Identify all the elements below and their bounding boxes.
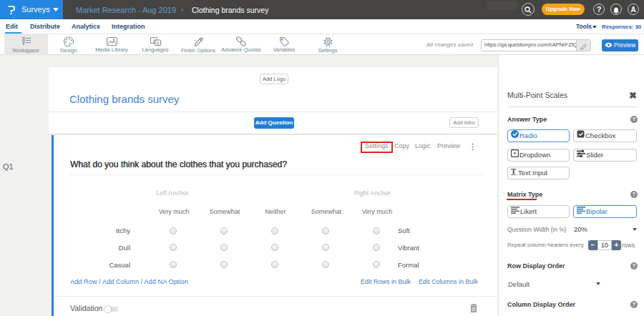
svg-text:A: A [156,41,160,46]
svg-text:T: T [511,167,517,175]
